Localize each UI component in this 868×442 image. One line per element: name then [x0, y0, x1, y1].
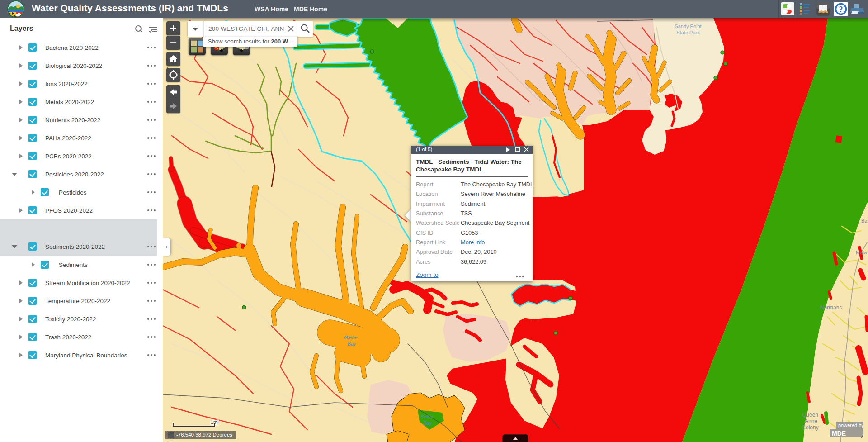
svg-text:Mata: Mata: [856, 250, 867, 255]
svg-text:State Park: State Park: [676, 30, 700, 35]
svg-text:Selby: Selby: [420, 414, 434, 419]
svg-text:Bay C: Bay C: [861, 218, 868, 223]
svg-text:Anne: Anne: [805, 418, 817, 424]
svg-text:powered by: powered by: [838, 423, 863, 428]
svg-text:Glebe: Glebe: [344, 335, 357, 340]
svg-text:Normans: Normans: [820, 304, 842, 311]
svg-text:Sandy Point: Sandy Point: [675, 24, 701, 29]
svg-text:?: ?: [839, 5, 843, 14]
svg-text:Colony: Colony: [802, 424, 818, 431]
svg-text:MDE: MDE: [832, 430, 846, 437]
svg-text:Queen: Queen: [802, 412, 818, 418]
svg-text:Bay: Bay: [424, 420, 433, 426]
svg-text:Bay: Bay: [348, 341, 357, 347]
